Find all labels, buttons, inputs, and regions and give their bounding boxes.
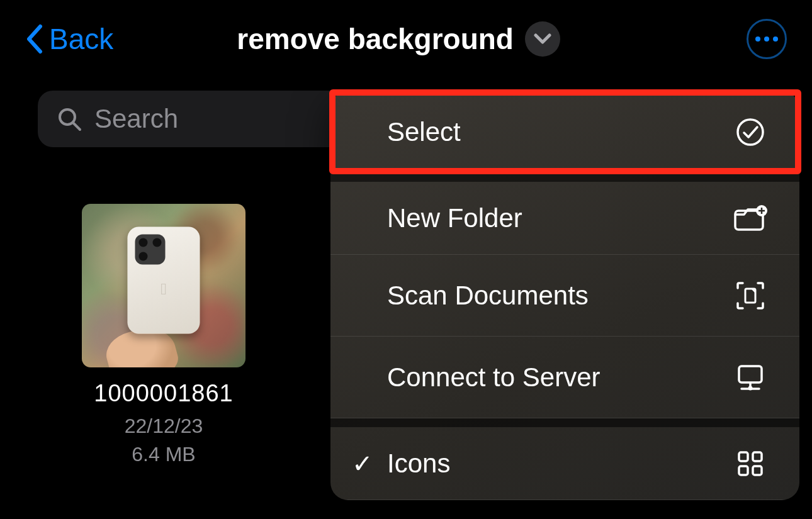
menu-item-scan-documents[interactable]: Scan Documents: [330, 255, 799, 337]
chevron-down-icon: [534, 33, 551, 45]
file-thumbnail: : [82, 204, 245, 367]
svg-rect-6: [739, 366, 762, 382]
more-options-button[interactable]: [747, 19, 787, 59]
page-title: remove background: [237, 22, 514, 56]
svg-point-0: [60, 109, 75, 125]
file-size: 6.4 MB: [132, 443, 195, 466]
menu-item-select[interactable]: Select: [330, 91, 799, 173]
search-icon: [57, 106, 82, 131]
context-menu: Select New Folder Scan Documents Connect…: [330, 91, 799, 500]
menu-label: Select: [387, 117, 733, 147]
scan-document-icon: [733, 279, 768, 312]
ellipsis-icon: [755, 36, 778, 42]
chevron-left-icon: [25, 24, 43, 54]
folder-plus-icon: [733, 203, 768, 233]
file-item[interactable]:  1000001861 22/12/23 6.4 MB: [76, 204, 252, 466]
file-name: 1000001861: [94, 380, 233, 407]
menu-item-new-folder[interactable]: New Folder: [330, 173, 799, 255]
svg-rect-10: [739, 452, 748, 461]
file-date: 22/12/23: [125, 415, 203, 438]
header-bar: Back remove background: [0, 0, 812, 72]
svg-rect-13: [753, 466, 762, 475]
check-circle-icon: [733, 117, 768, 147]
menu-item-connect-server[interactable]: Connect to Server: [330, 337, 799, 418]
search-placeholder: Search: [94, 104, 178, 134]
checkmark-icon: ✓: [352, 449, 373, 478]
menu-label: New Folder: [387, 203, 733, 233]
menu-label: Connect to Server: [387, 362, 733, 393]
grid-icon: [733, 449, 768, 479]
svg-point-2: [738, 120, 763, 145]
menu-label: Scan Documents: [387, 281, 733, 311]
title-dropdown-button[interactable]: [525, 21, 560, 57]
svg-rect-11: [753, 452, 762, 461]
server-icon: [733, 361, 768, 394]
svg-rect-12: [739, 466, 748, 475]
title-wrap: remove background: [50, 21, 747, 57]
menu-item-icons[interactable]: ✓ Icons: [330, 418, 799, 500]
menu-label: Icons: [387, 449, 733, 479]
svg-line-1: [74, 123, 80, 130]
